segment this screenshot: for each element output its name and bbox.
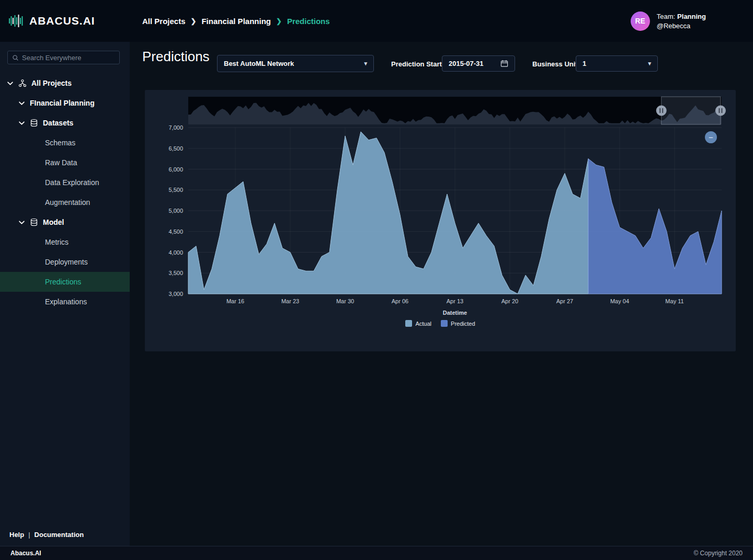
sidebar-item-deployments[interactable]: Deployments	[0, 252, 130, 272]
svg-text:May 11: May 11	[665, 298, 683, 304]
svg-text:7,000: 7,000	[168, 124, 183, 131]
breadcrumb-all-projects[interactable]: All Projects	[142, 17, 186, 26]
database-icon	[30, 218, 38, 226]
legend-item-actual[interactable]: Actual	[405, 320, 431, 327]
pipe-separator: |	[28, 531, 30, 539]
sidebar-item-label: Metrics	[45, 238, 69, 246]
chevron-right-icon: ❯	[276, 17, 282, 25]
svg-text:Apr 27: Apr 27	[556, 298, 573, 304]
user-menu[interactable]: RE Team:Planning @Rebecca	[631, 12, 706, 31]
predictions-chart[interactable]: 3,0003,5004,0004,5005,0005,5006,0006,500…	[145, 90, 736, 351]
sidebar-item-label: Data Exploration	[45, 178, 99, 187]
team-name: Team:Planning	[657, 13, 706, 20]
prediction-start-input[interactable]: 2015-07-31	[442, 55, 515, 72]
sidebar-item-financial-planning[interactable]: FInancial Planning	[0, 93, 130, 113]
navigator-window[interactable]	[656, 97, 726, 124]
avatar[interactable]: RE	[631, 12, 650, 31]
prediction-start-label: Prediction Start	[391, 60, 442, 68]
svg-text:Mar 16: Mar 16	[226, 298, 244, 304]
sidebar-item-predictions[interactable]: Predictions	[0, 272, 130, 292]
navigator-handle-left[interactable]	[656, 106, 667, 116]
sidebar-item-label: Deployments	[45, 258, 88, 266]
business-unit-select[interactable]: 1 ▾	[576, 55, 658, 72]
sidebar-item-label: Augmentation	[45, 198, 90, 207]
navigator-handle-right[interactable]	[715, 106, 726, 116]
chevron-down-icon	[19, 221, 25, 224]
series-actual[interactable]	[188, 132, 588, 294]
logo-text: ABACUS.AI	[29, 15, 95, 27]
page-title: Predictions	[142, 49, 210, 65]
sidebar-item-datasets[interactable]: Datasets	[0, 113, 130, 133]
model-select-value: Best AutoML Network	[224, 60, 294, 67]
help-link[interactable]: Help	[9, 531, 24, 539]
sidebar-item-raw-data[interactable]: Raw Data	[0, 153, 130, 173]
chevron-down-icon	[7, 82, 13, 85]
database-icon	[30, 119, 38, 127]
svg-text:Apr 06: Apr 06	[392, 298, 408, 304]
chevron-down-icon: ▾	[364, 60, 367, 67]
sidebar-item-label: Datasets	[43, 119, 73, 127]
sidebar-item-label: Schemas	[45, 139, 75, 147]
search-input[interactable]	[22, 54, 115, 62]
svg-text:Datetime: Datetime	[443, 310, 467, 316]
sidebar-item-label: Explanations	[45, 298, 87, 306]
app-header: ABACUS.AI All Projects ❯ Financial Plann…	[0, 0, 753, 42]
svg-text:6,000: 6,000	[168, 166, 183, 173]
abacus-logo-icon	[8, 13, 24, 29]
zoom-out-button[interactable]: −	[705, 131, 717, 143]
sidebar-footer-links: Help | Documentation	[9, 531, 84, 539]
sidebar-item-explanations[interactable]: Explanations	[0, 292, 130, 312]
sidebar-item-augmentation[interactable]: Augmentation	[0, 192, 130, 212]
sidebar-item-schemas[interactable]: Schemas	[0, 133, 130, 153]
model-select[interactable]: Best AutoML Network ▾	[217, 55, 374, 72]
user-info: Team:Planning @Rebecca	[657, 13, 706, 30]
svg-text:4,500: 4,500	[168, 228, 183, 235]
sidebar-item-label: Model	[43, 218, 64, 226]
app-footer: Abacus.AI © Copyright 2020	[0, 546, 753, 560]
sidebar-item-data-exploration[interactable]: Data Exploration	[0, 173, 130, 192]
svg-text:Mar 30: Mar 30	[336, 298, 354, 304]
prediction-start-value: 2015-07-31	[449, 60, 484, 67]
legend-item-predicted[interactable]: Predicted	[441, 320, 475, 327]
svg-text:3,500: 3,500	[168, 270, 183, 276]
svg-text:5,500: 5,500	[168, 187, 183, 193]
svg-text:Apr 20: Apr 20	[501, 298, 518, 304]
svg-text:Apr 13: Apr 13	[447, 298, 463, 304]
project-tree-icon	[18, 79, 27, 87]
sidebar-item-label: All Projects	[31, 79, 72, 87]
sidebar-item-label: FInancial Planning	[30, 99, 95, 107]
calendar-icon	[500, 60, 508, 67]
chevron-right-icon: ❯	[191, 17, 197, 25]
svg-text:3,000: 3,000	[168, 291, 183, 297]
breadcrumb-financial-planning[interactable]: Financial Planning	[201, 17, 271, 26]
sidebar: All ProjectsFInancial PlanningDatasetsSc…	[0, 42, 130, 546]
sidebar-item-model[interactable]: Model	[0, 212, 130, 232]
sidebar-item-label: Raw Data	[45, 158, 77, 167]
sidebar-item-label: Predictions	[45, 278, 81, 286]
svg-text:Mar 23: Mar 23	[281, 298, 299, 304]
legend-label: Predicted	[451, 321, 475, 327]
svg-text:6,500: 6,500	[168, 145, 183, 152]
chevron-down-icon	[19, 101, 25, 105]
documentation-link[interactable]: Documentation	[35, 531, 84, 539]
chevron-down-icon	[19, 121, 25, 125]
business-unit-label: Business Unit	[532, 60, 578, 68]
abacus-logo[interactable]: ABACUS.AI	[8, 13, 123, 29]
sidebar-item-metrics[interactable]: Metrics	[0, 232, 130, 252]
legend-swatch-actual	[405, 320, 412, 327]
series-predicted[interactable]	[588, 159, 722, 294]
main-content: Predictions Best AutoML Network ▾ Predic…	[130, 42, 753, 546]
breadcrumb-predictions[interactable]: Predictions	[287, 17, 330, 26]
chart-legend: Actual Predicted	[145, 320, 736, 327]
sidebar-nav: All ProjectsFInancial PlanningDatasetsSc…	[0, 73, 130, 312]
legend-swatch-predicted	[441, 320, 448, 327]
svg-text:4,000: 4,000	[168, 249, 183, 256]
sidebar-item-all-projects[interactable]: All Projects	[0, 73, 130, 93]
svg-text:May 04: May 04	[610, 298, 629, 304]
svg-text:5,000: 5,000	[168, 208, 183, 214]
footer-brand[interactable]: Abacus.AI	[10, 550, 41, 557]
search-box[interactable]	[7, 51, 120, 64]
business-unit-value: 1	[583, 60, 586, 67]
search-icon	[12, 54, 19, 61]
breadcrumb: All Projects ❯ Financial Planning ❯ Pred…	[142, 17, 330, 26]
